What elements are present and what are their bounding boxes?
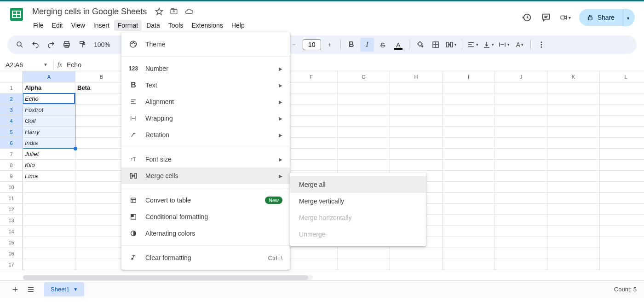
cell[interactable] xyxy=(75,104,128,116)
menu-merge-cells[interactable]: Merge cells ▶ xyxy=(121,168,290,184)
cell[interactable] xyxy=(23,259,75,270)
cell[interactable] xyxy=(495,116,547,127)
cell[interactable] xyxy=(23,237,75,248)
cell[interactable] xyxy=(547,160,600,171)
cell[interactable] xyxy=(443,204,495,215)
cell[interactable] xyxy=(600,204,644,215)
cell[interactable] xyxy=(285,93,338,104)
cell[interactable]: Foxtrot xyxy=(23,104,75,116)
cell[interactable] xyxy=(443,82,495,93)
formula-bar[interactable]: Echo xyxy=(67,61,81,69)
row-header[interactable]: 16 xyxy=(0,248,23,259)
namebox-dropdown[interactable]: ▼ xyxy=(38,62,53,67)
row-header[interactable]: 8 xyxy=(0,160,23,171)
cell[interactable] xyxy=(547,116,600,127)
cell[interactable] xyxy=(443,138,495,149)
row-header[interactable]: 1 xyxy=(0,82,23,93)
cell[interactable] xyxy=(495,193,547,204)
menu-number[interactable]: 123 Number ▶ xyxy=(121,60,290,77)
col-header[interactable]: I xyxy=(443,71,495,82)
row-header[interactable]: 3 xyxy=(0,104,23,116)
cell[interactable] xyxy=(443,93,495,104)
row-header[interactable]: 7 xyxy=(0,149,23,160)
cell[interactable] xyxy=(547,82,600,93)
row-header[interactable]: 14 xyxy=(0,226,23,237)
cell[interactable] xyxy=(495,215,547,226)
cell[interactable] xyxy=(495,82,547,93)
cell[interactable] xyxy=(390,104,443,116)
undo-icon[interactable] xyxy=(29,38,42,52)
cell[interactable]: Kilo xyxy=(23,160,75,171)
star-icon[interactable] xyxy=(155,7,163,16)
sheet-tab-dropdown-icon[interactable]: ▼ xyxy=(73,287,78,292)
cell[interactable] xyxy=(547,182,600,193)
menu-convert-table[interactable]: Convert to table New xyxy=(121,192,290,209)
cell[interactable] xyxy=(495,182,547,193)
cell[interactable] xyxy=(547,259,600,270)
col-header[interactable]: L xyxy=(600,71,644,82)
fill-color-button[interactable] xyxy=(413,38,427,52)
cell[interactable] xyxy=(75,116,128,127)
comment-icon[interactable] xyxy=(540,12,552,23)
cell[interactable] xyxy=(600,82,644,93)
cell[interactable] xyxy=(390,116,443,127)
cell[interactable] xyxy=(600,226,644,237)
cell[interactable] xyxy=(75,248,128,259)
col-header[interactable]: B xyxy=(75,71,128,82)
more-icon[interactable] xyxy=(535,38,548,52)
submenu-merge-vertically[interactable]: Merge vertically xyxy=(290,193,426,209)
cell[interactable] xyxy=(547,104,600,116)
cell[interactable] xyxy=(23,204,75,215)
zoom-dropdown[interactable]: 100% xyxy=(91,41,113,48)
menu-tools[interactable]: Tools xyxy=(165,20,187,31)
col-header[interactable]: G xyxy=(338,71,390,82)
cell[interactable] xyxy=(390,93,443,104)
wrap-button[interactable]: ▾ xyxy=(497,38,511,52)
cell[interactable] xyxy=(75,215,128,226)
cell[interactable] xyxy=(390,138,443,149)
cell[interactable] xyxy=(23,226,75,237)
selection-count[interactable]: Count: 5 xyxy=(614,286,637,293)
row-header[interactable]: 9 xyxy=(0,171,23,182)
cell[interactable]: India xyxy=(23,138,75,149)
add-sheet-button[interactable]: + xyxy=(7,282,23,297)
sheets-logo[interactable] xyxy=(7,5,26,23)
cell[interactable] xyxy=(285,104,338,116)
font-size-input[interactable]: 10 xyxy=(303,39,321,50)
cell[interactable] xyxy=(495,226,547,237)
col-header[interactable]: F xyxy=(285,71,338,82)
menu-wrapping[interactable]: Wrapping ▶ xyxy=(121,110,290,127)
strikethrough-button[interactable]: S xyxy=(376,38,390,52)
cell[interactable] xyxy=(75,127,128,138)
cell[interactable] xyxy=(443,127,495,138)
menu-insert[interactable]: Insert xyxy=(90,20,113,31)
sheet-tab[interactable]: Sheet1 ▼ xyxy=(44,282,84,296)
cell[interactable] xyxy=(390,248,443,259)
cell[interactable] xyxy=(443,104,495,116)
cell[interactable] xyxy=(600,193,644,204)
row-header[interactable]: 10 xyxy=(0,182,23,193)
cell[interactable] xyxy=(495,104,547,116)
cell[interactable] xyxy=(600,116,644,127)
cell[interactable]: Lima xyxy=(23,171,75,182)
menu-alternating[interactable]: Alternating colors xyxy=(121,225,290,242)
cell[interactable] xyxy=(600,248,644,259)
cell[interactable] xyxy=(495,171,547,182)
italic-button[interactable]: I xyxy=(360,38,374,52)
meet-button[interactable]: ▾ xyxy=(560,12,571,23)
cell[interactable] xyxy=(547,204,600,215)
search-icon[interactable] xyxy=(13,38,27,52)
menu-file[interactable]: File xyxy=(29,20,47,31)
menu-conditional[interactable]: Conditional formatting xyxy=(121,209,290,225)
cell[interactable] xyxy=(600,182,644,193)
cell[interactable] xyxy=(600,160,644,171)
cell[interactable] xyxy=(285,138,338,149)
cell[interactable] xyxy=(547,237,600,248)
cell[interactable] xyxy=(338,138,390,149)
row-header[interactable]: 12 xyxy=(0,204,23,215)
menu-fontsize[interactable]: тT Font size ▶ xyxy=(121,151,290,168)
cell[interactable] xyxy=(547,93,600,104)
cell[interactable]: Golf xyxy=(23,116,75,127)
cell[interactable] xyxy=(443,259,495,270)
halign-button[interactable]: ▾ xyxy=(466,38,480,52)
